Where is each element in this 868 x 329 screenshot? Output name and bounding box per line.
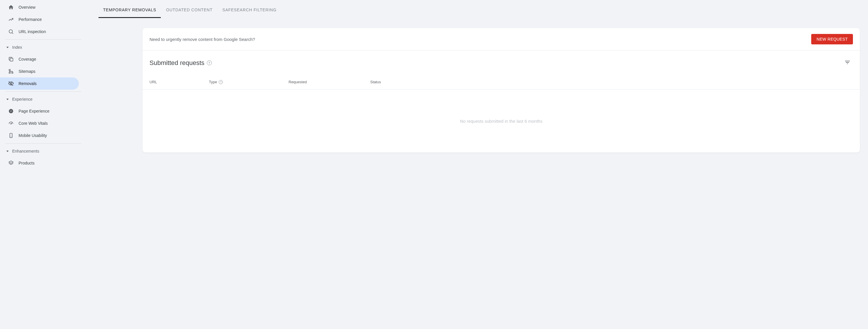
tab-label: OUTDATED CONTENT xyxy=(166,7,212,12)
svg-point-9 xyxy=(11,123,11,124)
tabs: TEMPORARY REMOVALS OUTDATED CONTENT SAFE… xyxy=(103,0,860,18)
prompt-text: Need to urgently remove content from Goo… xyxy=(150,37,255,42)
removals-card: Need to urgently remove content from Goo… xyxy=(143,28,860,153)
sidebar: Overview Performance URL inspection Inde… xyxy=(0,0,81,329)
sidebar-section-label: Experience xyxy=(12,97,32,102)
home-icon xyxy=(8,4,14,10)
svg-point-0 xyxy=(9,30,12,33)
tab-label: SAFESEARCH FILTERING xyxy=(222,7,277,12)
section-title-text: Submitted requests xyxy=(150,59,205,67)
sidebar-section-index[interactable]: Index xyxy=(0,42,81,53)
sidebar-item-coverage[interactable]: Coverage xyxy=(0,53,79,65)
column-header-url: URL xyxy=(150,80,209,84)
card-header: Need to urgently remove content from Goo… xyxy=(143,28,860,51)
sidebar-item-overview[interactable]: Overview xyxy=(0,1,79,13)
column-header-status: Status xyxy=(370,80,853,84)
sidebar-item-mobile-usability[interactable]: Mobile Usability xyxy=(0,129,79,142)
help-icon[interactable]: ? xyxy=(219,80,223,84)
sidebar-item-label: URL inspection xyxy=(19,29,46,34)
column-header-requested: Requested xyxy=(288,80,370,84)
compass-icon xyxy=(8,108,14,114)
svg-marker-12 xyxy=(9,161,13,163)
sidebar-item-core-web-vitals[interactable]: Core Web Vitals xyxy=(0,117,79,129)
eye-off-icon xyxy=(8,81,14,86)
table-header-row: URL Type ? Requested Status xyxy=(143,71,860,90)
tab-safesearch-filtering[interactable]: SAFESEARCH FILTERING xyxy=(222,0,277,18)
help-icon[interactable]: ? xyxy=(207,60,212,65)
column-header-type: Type ? xyxy=(209,80,288,84)
sidebar-item-label: Overview xyxy=(19,5,35,9)
sidebar-section-label: Index xyxy=(12,45,22,50)
tree-icon xyxy=(8,68,14,74)
empty-state: No requests submitted in the last 6 mont… xyxy=(143,90,860,153)
sidebar-item-label: Products xyxy=(19,161,34,165)
sidebar-item-label: Sitemaps xyxy=(19,69,35,74)
sidebar-item-label: Removals xyxy=(19,81,36,86)
search-icon xyxy=(8,29,14,34)
divider xyxy=(5,39,81,40)
svg-rect-4 xyxy=(9,72,10,74)
gauge-icon xyxy=(8,120,14,126)
svg-rect-5 xyxy=(12,72,13,74)
svg-rect-2 xyxy=(10,58,13,61)
tab-label: TEMPORARY REMOVALS xyxy=(103,7,156,12)
tab-temporary-removals[interactable]: TEMPORARY REMOVALS xyxy=(103,0,156,18)
tab-outdated-content[interactable]: OUTDATED CONTENT xyxy=(166,0,212,18)
sidebar-section-experience[interactable]: Experience xyxy=(0,93,81,105)
column-header-type-label: Type xyxy=(209,80,217,84)
filter-icon[interactable] xyxy=(842,57,853,69)
sidebar-item-label: Page Experience xyxy=(19,109,50,113)
divider xyxy=(5,91,81,92)
chevron-down-icon xyxy=(6,47,9,48)
section-title: Submitted requests ? xyxy=(150,59,212,67)
sidebar-item-removals[interactable]: Removals xyxy=(0,78,79,90)
phone-icon xyxy=(8,133,14,138)
copy-icon xyxy=(8,56,14,62)
sidebar-item-label: Performance xyxy=(19,17,42,22)
sidebar-item-label: Mobile Usability xyxy=(19,133,47,138)
sidebar-item-label: Core Web Vitals xyxy=(19,121,48,126)
chevron-down-icon xyxy=(6,150,9,152)
new-request-button[interactable]: NEW REQUEST xyxy=(811,34,853,45)
divider xyxy=(5,143,81,144)
svg-rect-3 xyxy=(9,69,10,71)
sidebar-item-label: Coverage xyxy=(19,57,36,61)
section-title-row: Submitted requests ? xyxy=(143,51,860,71)
sidebar-section-enhancements[interactable]: Enhancements xyxy=(0,145,81,157)
sidebar-item-sitemaps[interactable]: Sitemaps xyxy=(0,65,79,78)
trend-icon xyxy=(8,17,14,22)
svg-line-1 xyxy=(12,33,13,34)
sidebar-item-url-inspection[interactable]: URL inspection xyxy=(0,26,79,38)
layers-icon xyxy=(8,160,14,166)
sidebar-item-performance[interactable]: Performance xyxy=(0,13,79,26)
main-content: TEMPORARY REMOVALS OUTDATED CONTENT SAFE… xyxy=(81,0,868,329)
sidebar-section-label: Enhancements xyxy=(12,149,39,154)
chevron-down-icon xyxy=(6,99,9,100)
sidebar-item-products[interactable]: Products xyxy=(0,157,79,169)
sidebar-item-page-experience[interactable]: Page Experience xyxy=(0,105,79,117)
